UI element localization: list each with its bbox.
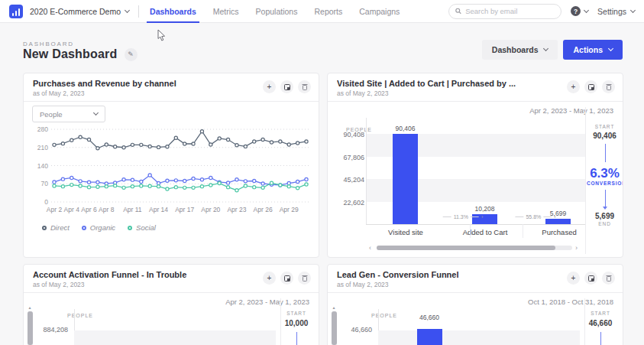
scroll-up-icon[interactable]: ▴ (331, 304, 337, 311)
legend-item-organic[interactable]: Organic (82, 223, 115, 232)
data-point[interactable] (226, 181, 229, 184)
data-point[interactable] (270, 181, 273, 184)
legend-item-direct[interactable]: Direct (42, 223, 70, 232)
data-point[interactable] (209, 143, 212, 146)
data-point[interactable] (200, 130, 203, 133)
dashboards-button[interactable]: Dashboards (482, 40, 558, 60)
add-icon[interactable]: + (567, 80, 580, 93)
notebook-icon[interactable] (280, 80, 293, 93)
data-point[interactable] (53, 143, 56, 146)
data-point[interactable] (148, 145, 151, 148)
data-point[interactable] (166, 145, 169, 148)
data-point[interactable] (166, 179, 169, 182)
data-point[interactable] (140, 143, 143, 146)
data-point[interactable] (122, 146, 125, 149)
v-scrollbar-thumb[interactable] (332, 311, 337, 345)
data-point[interactable] (96, 181, 99, 184)
data-point[interactable] (174, 136, 177, 139)
data-point[interactable] (96, 185, 99, 188)
data-point[interactable] (131, 143, 134, 146)
data-point[interactable] (157, 145, 160, 148)
add-icon[interactable]: + (263, 80, 276, 93)
data-point[interactable] (79, 135, 82, 138)
data-point[interactable] (105, 143, 108, 146)
data-point[interactable] (61, 185, 64, 188)
data-point[interactable] (174, 179, 177, 182)
nav-item-populations[interactable]: Populations (256, 0, 298, 23)
data-point[interactable] (305, 140, 308, 143)
data-point[interactable] (200, 185, 203, 188)
data-point[interactable] (235, 189, 238, 192)
data-point[interactable] (114, 184, 117, 187)
data-point[interactable] (287, 143, 290, 146)
data-point[interactable] (61, 177, 64, 181)
series-line-direct[interactable] (54, 132, 306, 148)
data-point[interactable] (140, 184, 143, 187)
data-point[interactable] (305, 183, 308, 186)
data-point[interactable] (218, 181, 221, 184)
data-point[interactable] (157, 185, 160, 188)
data-point[interactable] (140, 180, 143, 183)
data-point[interactable] (244, 180, 247, 183)
v-scrollbar[interactable]: ▴ (27, 304, 33, 345)
data-point[interactable] (235, 178, 238, 181)
data-point[interactable] (70, 138, 73, 142)
data-point[interactable] (244, 145, 247, 148)
data-point[interactable] (122, 186, 125, 189)
data-point[interactable] (174, 186, 177, 189)
data-point[interactable] (261, 182, 264, 185)
line-chart[interactable]: 280210140700Apr 2Apr 4Apr 6Apr 8Apr 11Ap… (28, 125, 314, 219)
legend-item-social[interactable]: Social (128, 223, 156, 232)
data-point[interactable] (209, 176, 212, 179)
data-point[interactable] (183, 186, 186, 189)
data-point[interactable] (235, 144, 238, 147)
search-input[interactable] (465, 7, 555, 15)
data-point[interactable] (296, 187, 299, 190)
data-point[interactable] (218, 137, 221, 140)
delete-icon[interactable] (298, 80, 311, 93)
data-point[interactable] (253, 186, 256, 189)
data-point[interactable] (226, 138, 229, 141)
data-point[interactable] (192, 142, 195, 145)
h-scrollbar-thumb[interactable] (377, 246, 555, 250)
data-point[interactable] (53, 184, 56, 187)
funnel-bar[interactable] (417, 329, 442, 345)
data-point[interactable] (105, 185, 108, 188)
data-point[interactable] (114, 145, 117, 148)
actions-button[interactable]: Actions (563, 40, 623, 60)
data-point[interactable] (270, 141, 273, 144)
search-box[interactable] (448, 4, 561, 19)
data-point[interactable] (148, 184, 151, 187)
scroll-right-icon[interactable]: › (575, 245, 578, 252)
project-selector[interactable]: 2020 E-Commerce Demo (30, 7, 129, 16)
v-scrollbar-thumb[interactable] (28, 311, 33, 345)
v-scrollbar[interactable]: ▴ (331, 304, 337, 345)
data-point[interactable] (192, 186, 195, 189)
data-point[interactable] (70, 184, 73, 187)
data-point[interactable] (253, 179, 256, 182)
data-point[interactable] (296, 180, 299, 183)
data-point[interactable] (122, 178, 125, 181)
data-point[interactable] (261, 186, 264, 189)
data-point[interactable] (192, 177, 195, 180)
nav-item-reports[interactable]: Reports (314, 0, 342, 23)
nav-item-campaigns[interactable]: Campaigns (359, 0, 400, 23)
metric-type-select[interactable]: People (32, 106, 105, 122)
data-point[interactable] (166, 187, 169, 190)
data-point[interactable] (296, 142, 299, 145)
data-point[interactable] (200, 178, 203, 181)
scroll-left-icon[interactable]: ‹ (369, 245, 371, 252)
data-point[interactable] (96, 147, 99, 150)
nav-item-metrics[interactable]: Metrics (213, 0, 239, 23)
settings-menu[interactable]: Settings (597, 7, 635, 16)
data-point[interactable] (148, 174, 151, 177)
data-point[interactable] (183, 179, 186, 182)
data-point[interactable] (209, 184, 212, 187)
scroll-up-icon[interactable]: ▴ (27, 304, 33, 311)
app-logo-icon[interactable] (9, 5, 23, 18)
data-point[interactable] (87, 138, 90, 141)
edit-title-button[interactable]: ✎ (125, 48, 138, 61)
funnel-bar-1[interactable] (393, 134, 418, 224)
data-point[interactable] (279, 184, 282, 187)
data-point[interactable] (61, 142, 64, 145)
